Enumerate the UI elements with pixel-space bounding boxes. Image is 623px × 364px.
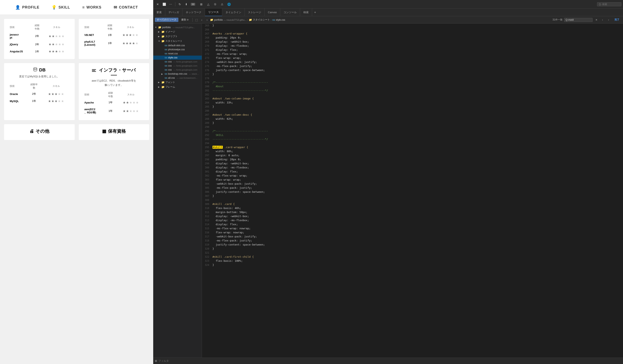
line-number: 317 bbox=[202, 235, 212, 239]
line-number: 302 bbox=[202, 174, 212, 178]
line-number: 289 bbox=[202, 121, 212, 125]
table-row: MySQL 1年 ★★★★★ bbox=[8, 98, 71, 105]
icon-btn-4[interactable]: ⚠ bbox=[219, 1, 225, 7]
breadcrumb-stylesheets: スタイルシート bbox=[253, 18, 270, 21]
tab-search[interactable]: 検索 bbox=[300, 8, 312, 16]
download-button[interactable]: ⬇ bbox=[183, 1, 189, 7]
close-button[interactable]: ✕ bbox=[155, 1, 160, 7]
code-line: 280 About bbox=[202, 85, 623, 88]
code-line: 311 margin-bottom: 50px; bbox=[202, 210, 623, 214]
table-row: php5.6,7(Laravel) 1年 ★★★★★ bbox=[83, 39, 145, 48]
tree-item-bootstrap[interactable]: ▶ ss bootstrap.min.css — stack... bbox=[153, 72, 202, 76]
tree-item-stylesheets[interactable]: ▼ 📁 スタイルシート bbox=[153, 39, 202, 43]
line-number: 269 bbox=[202, 40, 212, 44]
tree-item-frames[interactable]: ▶ 📁 フレーム bbox=[153, 85, 202, 89]
prev-result-btn[interactable]: ‹ bbox=[600, 18, 605, 22]
tab-storage[interactable]: ストレージ bbox=[245, 8, 265, 16]
code-panel: 265}266267#works .card-wrapper {268 padd… bbox=[202, 23, 623, 358]
done-btn[interactable]: 完了 bbox=[612, 18, 621, 22]
cert-card-title: ▦ 保有資格 bbox=[83, 128, 145, 134]
line-content bbox=[212, 125, 623, 129]
code-line: 303 flex-wrap: wrap; bbox=[202, 178, 623, 182]
folder-icon-2: 📁 bbox=[249, 18, 252, 21]
tech-years: 2年 bbox=[31, 31, 43, 41]
line-number: 274 bbox=[202, 60, 212, 64]
tab-elements[interactable]: 要素 bbox=[153, 8, 165, 16]
tab-network[interactable]: ネットワーク bbox=[182, 8, 205, 16]
code-token: } bbox=[212, 247, 214, 250]
bookmarks-btn[interactable]: 書類 ≎ bbox=[179, 18, 191, 22]
icon-btn-1[interactable]: ⊞ bbox=[199, 1, 204, 7]
tree-item-cssgoogle2[interactable]: ss css — fonts.googleapis.com bbox=[153, 64, 202, 68]
tree-item-allcss[interactable]: ss all.css — use.fontawesom... bbox=[153, 76, 202, 80]
code-line: 282 bbox=[202, 92, 623, 97]
tree-item-cssgoogle3[interactable]: ss css — fonts.googleapis.com bbox=[153, 68, 202, 72]
code-line: 295#skill .card-wrapper { bbox=[202, 145, 623, 149]
code-token: justify-content: space-between; bbox=[212, 243, 265, 246]
tech-skill: ★★★★★ bbox=[116, 106, 145, 116]
tree-name-reset: reset.css bbox=[168, 52, 178, 55]
breadcrumb-item-portfolio: 📁 portfolio — nsuzuki7713.githu... bbox=[210, 18, 246, 21]
tree-item-images[interactable]: ▶ 📁 イメージ bbox=[153, 29, 202, 34]
profile-icon: 👤 bbox=[15, 5, 21, 10]
line-content: /*--------------------------------- bbox=[212, 129, 623, 133]
nav-item-skill[interactable]: 💡 SKILL bbox=[51, 5, 70, 10]
filter-icon: ⊞ bbox=[155, 359, 157, 362]
nav-back-btn[interactable]: ‹ bbox=[200, 18, 204, 22]
nav-item-works[interactable]: ≡ WORKS bbox=[82, 5, 101, 10]
code-token: } bbox=[212, 73, 214, 76]
line-number: 265 bbox=[202, 23, 212, 28]
filter-input[interactable] bbox=[158, 359, 621, 362]
icon-btn-5[interactable]: 🌐 bbox=[226, 1, 232, 7]
tree-item-portfolio[interactable]: ▼ 📁 portfolio — nsuzuki7713.githu... bbox=[153, 25, 202, 29]
tab-debugger[interactable]: デバッガ bbox=[165, 8, 182, 16]
tab-resources[interactable]: リソース bbox=[205, 8, 222, 16]
cert-icon: ▦ bbox=[102, 129, 106, 134]
tech-years: 1年 bbox=[104, 39, 116, 48]
code-line: 318 -ms-flex-pack: justify; bbox=[202, 239, 623, 243]
subbar-search-input[interactable] bbox=[564, 18, 593, 22]
result-count: 31件一致 bbox=[553, 18, 562, 21]
code-token: -ms-flex-wrap: wrap; bbox=[212, 52, 247, 55]
col-years-2: 経験年数 bbox=[104, 23, 116, 31]
tree-item-scripts[interactable]: ▶ 📁 スクリプト bbox=[153, 34, 202, 39]
contact-icon: ✉ bbox=[114, 5, 117, 10]
line-number: 318 bbox=[202, 239, 212, 243]
line-content: padding: 20px 0; bbox=[212, 157, 623, 162]
breadcrumb: 📁 portfolio — nsuzuki7713.githu... › 📁 ス… bbox=[210, 18, 285, 21]
tree-item-defaultskin[interactable]: ss default-skin.css bbox=[153, 43, 202, 47]
tree-item-stylecss[interactable]: ss style.css bbox=[153, 56, 202, 60]
code-token: -ms-flex-pack: justify; bbox=[212, 239, 252, 242]
next-result-btn[interactable]: › bbox=[606, 18, 611, 22]
cert-title-text: 保有資格 bbox=[108, 128, 126, 134]
tab-canvas[interactable]: Canvas bbox=[265, 8, 280, 16]
line-content: display: -webkit-box; bbox=[212, 214, 623, 218]
line-number: 283 bbox=[202, 97, 212, 101]
nav-item-profile[interactable]: 👤 PROFILE bbox=[15, 5, 39, 10]
line-number: 323 bbox=[202, 259, 212, 263]
nav-item-contact[interactable]: ✉ CONTACT bbox=[114, 5, 138, 10]
icon-btn-3[interactable]: ① bbox=[212, 1, 218, 7]
tree-item-fonts[interactable]: ▶ 📁 フォント bbox=[153, 80, 202, 85]
icon-btn-2[interactable]: △ bbox=[205, 1, 211, 7]
tech-name: Apache bbox=[83, 99, 105, 106]
more-button[interactable]: ⋯ bbox=[168, 1, 174, 7]
code-line: 292 SKILL bbox=[202, 133, 623, 137]
top-search-input[interactable] bbox=[597, 2, 621, 6]
nav-forward-btn[interactable]: › bbox=[205, 18, 209, 22]
clear-search-btn[interactable]: ✕ bbox=[594, 18, 599, 22]
tree-item-cssgoogle1[interactable]: ss css — fonts.googleapis.com bbox=[153, 60, 202, 64]
tree-item-photoswipe[interactable]: ss photoswipe.css bbox=[153, 47, 202, 52]
line-number: 291 bbox=[202, 129, 212, 133]
all-resources-btn[interactable]: すべてのリソース bbox=[155, 18, 178, 22]
tab-console[interactable]: コンソール bbox=[280, 8, 300, 16]
refresh-button[interactable]: ↻ bbox=[177, 1, 183, 7]
tree-item-reset[interactable]: ss reset.css bbox=[153, 52, 202, 56]
inspect-icon[interactable]: ⬚ bbox=[194, 18, 199, 22]
devtools-filterbar: ⊞ bbox=[153, 358, 623, 364]
tab-timeline[interactable]: タイムライン bbox=[222, 8, 245, 16]
window-button[interactable]: ⬜ bbox=[161, 1, 167, 7]
star-rating: ★★★★★ bbox=[122, 42, 139, 45]
col-years-infra: 経験年数 bbox=[105, 90, 117, 99]
tab-add-button[interactable]: + bbox=[312, 11, 318, 14]
